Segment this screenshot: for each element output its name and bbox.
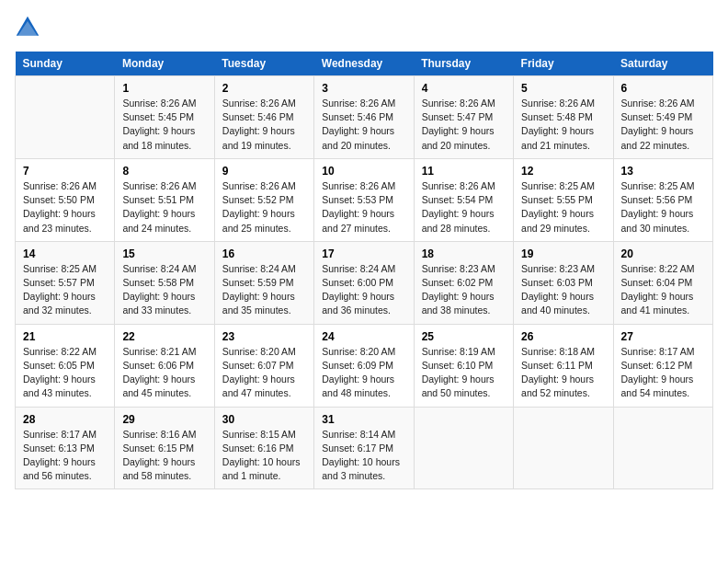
calendar-cell: 20Sunrise: 8:22 AM Sunset: 6:04 PM Dayli… <box>613 241 712 324</box>
calendar-cell: 23Sunrise: 8:20 AM Sunset: 6:07 PM Dayli… <box>214 324 313 407</box>
day-number: 29 <box>122 413 206 426</box>
day-info: Sunrise: 8:26 AM Sunset: 5:46 PM Dayligh… <box>322 97 405 153</box>
day-number: 15 <box>122 247 206 260</box>
weekday-header-friday: Friday <box>514 52 613 76</box>
weekday-header-monday: Monday <box>115 52 214 76</box>
calendar-cell <box>514 407 613 489</box>
day-number: 18 <box>422 247 506 260</box>
calendar-cell: 7Sunrise: 8:26 AM Sunset: 5:50 PM Daylig… <box>16 158 115 241</box>
calendar-week-3: 14Sunrise: 8:25 AM Sunset: 5:57 PM Dayli… <box>16 241 713 324</box>
calendar-cell: 13Sunrise: 8:25 AM Sunset: 5:56 PM Dayli… <box>613 158 712 241</box>
day-info: Sunrise: 8:20 AM Sunset: 6:07 PM Dayligh… <box>222 345 306 401</box>
day-number: 7 <box>23 165 107 178</box>
day-number: 3 <box>322 82 405 95</box>
day-info: Sunrise: 8:26 AM Sunset: 5:46 PM Dayligh… <box>222 97 306 153</box>
calendar-cell: 31Sunrise: 8:14 AM Sunset: 6:17 PM Dayli… <box>314 407 414 489</box>
calendar-cell: 10Sunrise: 8:26 AM Sunset: 5:53 PM Dayli… <box>314 158 414 241</box>
page-header <box>15 15 713 40</box>
day-number: 4 <box>422 82 506 95</box>
day-number: 27 <box>621 330 705 343</box>
calendar-cell <box>613 407 712 489</box>
calendar-cell: 3Sunrise: 8:26 AM Sunset: 5:46 PM Daylig… <box>314 76 414 159</box>
day-number: 24 <box>322 330 405 343</box>
calendar-cell: 18Sunrise: 8:23 AM Sunset: 6:02 PM Dayli… <box>414 241 513 324</box>
day-info: Sunrise: 8:15 AM Sunset: 6:16 PM Dayligh… <box>222 428 306 484</box>
weekday-header-saturday: Saturday <box>613 52 712 76</box>
calendar-cell: 24Sunrise: 8:20 AM Sunset: 6:09 PM Dayli… <box>314 324 414 407</box>
calendar-cell: 28Sunrise: 8:17 AM Sunset: 6:13 PM Dayli… <box>16 407 115 489</box>
day-info: Sunrise: 8:26 AM Sunset: 5:53 PM Dayligh… <box>322 179 405 236</box>
day-number: 23 <box>222 330 306 343</box>
calendar-cell: 4Sunrise: 8:26 AM Sunset: 5:47 PM Daylig… <box>414 76 513 159</box>
day-info: Sunrise: 8:26 AM Sunset: 5:48 PM Dayligh… <box>521 97 605 153</box>
day-number: 11 <box>422 165 506 178</box>
day-info: Sunrise: 8:23 AM Sunset: 6:03 PM Dayligh… <box>521 262 605 318</box>
day-number: 16 <box>222 247 306 260</box>
weekday-header-row: SundayMondayTuesdayWednesdayThursdayFrid… <box>16 52 713 76</box>
calendar-cell: 6Sunrise: 8:26 AM Sunset: 5:49 PM Daylig… <box>613 76 712 159</box>
weekday-header-sunday: Sunday <box>16 52 115 76</box>
calendar-cell <box>16 76 115 159</box>
calendar-cell: 29Sunrise: 8:16 AM Sunset: 6:15 PM Dayli… <box>115 407 214 489</box>
weekday-header-tuesday: Tuesday <box>214 52 313 76</box>
calendar-week-1: 1Sunrise: 8:26 AM Sunset: 5:45 PM Daylig… <box>16 76 713 159</box>
calendar-cell: 17Sunrise: 8:24 AM Sunset: 6:00 PM Dayli… <box>314 241 414 324</box>
day-number: 8 <box>122 165 206 178</box>
day-info: Sunrise: 8:22 AM Sunset: 6:05 PM Dayligh… <box>23 345 107 401</box>
calendar-cell: 15Sunrise: 8:24 AM Sunset: 5:58 PM Dayli… <box>115 241 214 324</box>
logo <box>15 15 44 40</box>
day-info: Sunrise: 8:26 AM Sunset: 5:47 PM Dayligh… <box>422 97 506 153</box>
logo-icon <box>15 15 40 40</box>
day-info: Sunrise: 8:21 AM Sunset: 6:06 PM Dayligh… <box>122 345 206 401</box>
calendar-cell: 8Sunrise: 8:26 AM Sunset: 5:51 PM Daylig… <box>115 158 214 241</box>
day-number: 9 <box>222 165 306 178</box>
day-info: Sunrise: 8:26 AM Sunset: 5:54 PM Dayligh… <box>422 179 506 236</box>
calendar-cell: 16Sunrise: 8:24 AM Sunset: 5:59 PM Dayli… <box>214 241 313 324</box>
day-info: Sunrise: 8:22 AM Sunset: 6:04 PM Dayligh… <box>621 262 705 318</box>
calendar-cell: 9Sunrise: 8:26 AM Sunset: 5:52 PM Daylig… <box>214 158 313 241</box>
day-info: Sunrise: 8:24 AM Sunset: 5:58 PM Dayligh… <box>122 262 206 318</box>
day-number: 6 <box>621 82 705 95</box>
calendar-cell: 27Sunrise: 8:17 AM Sunset: 6:12 PM Dayli… <box>613 324 712 407</box>
calendar-cell <box>414 407 513 489</box>
day-number: 12 <box>521 165 605 178</box>
day-number: 21 <box>23 330 107 343</box>
calendar-cell: 22Sunrise: 8:21 AM Sunset: 6:06 PM Dayli… <box>115 324 214 407</box>
day-info: Sunrise: 8:14 AM Sunset: 6:17 PM Dayligh… <box>322 428 405 484</box>
day-number: 30 <box>222 413 306 426</box>
day-number: 25 <box>422 330 506 343</box>
day-info: Sunrise: 8:18 AM Sunset: 6:11 PM Dayligh… <box>521 345 605 401</box>
day-number: 22 <box>122 330 206 343</box>
day-number: 5 <box>521 82 605 95</box>
calendar-cell: 14Sunrise: 8:25 AM Sunset: 5:57 PM Dayli… <box>16 241 115 324</box>
day-number: 10 <box>322 165 405 178</box>
day-info: Sunrise: 8:26 AM Sunset: 5:50 PM Dayligh… <box>23 179 107 236</box>
calendar-cell: 26Sunrise: 8:18 AM Sunset: 6:11 PM Dayli… <box>514 324 613 407</box>
day-number: 31 <box>322 413 405 426</box>
calendar-table: SundayMondayTuesdayWednesdayThursdayFrid… <box>15 52 713 489</box>
day-info: Sunrise: 8:24 AM Sunset: 6:00 PM Dayligh… <box>322 262 405 318</box>
day-info: Sunrise: 8:23 AM Sunset: 6:02 PM Dayligh… <box>422 262 506 318</box>
day-info: Sunrise: 8:24 AM Sunset: 5:59 PM Dayligh… <box>222 262 306 318</box>
day-number: 1 <box>122 82 206 95</box>
calendar-cell: 2Sunrise: 8:26 AM Sunset: 5:46 PM Daylig… <box>214 76 313 159</box>
calendar-week-2: 7Sunrise: 8:26 AM Sunset: 5:50 PM Daylig… <box>16 158 713 241</box>
day-info: Sunrise: 8:16 AM Sunset: 6:15 PM Dayligh… <box>122 428 206 484</box>
day-info: Sunrise: 8:26 AM Sunset: 5:45 PM Dayligh… <box>122 97 206 153</box>
day-number: 13 <box>621 165 705 178</box>
weekday-header-thursday: Thursday <box>414 52 513 76</box>
day-number: 28 <box>23 413 107 426</box>
day-number: 20 <box>621 247 705 260</box>
day-info: Sunrise: 8:26 AM Sunset: 5:51 PM Dayligh… <box>122 179 206 236</box>
calendar-week-4: 21Sunrise: 8:22 AM Sunset: 6:05 PM Dayli… <box>16 324 713 407</box>
calendar-cell: 12Sunrise: 8:25 AM Sunset: 5:55 PM Dayli… <box>514 158 613 241</box>
day-info: Sunrise: 8:25 AM Sunset: 5:56 PM Dayligh… <box>621 179 705 236</box>
calendar-cell: 5Sunrise: 8:26 AM Sunset: 5:48 PM Daylig… <box>514 76 613 159</box>
day-info: Sunrise: 8:20 AM Sunset: 6:09 PM Dayligh… <box>322 345 405 401</box>
day-number: 26 <box>521 330 605 343</box>
calendar-cell: 19Sunrise: 8:23 AM Sunset: 6:03 PM Dayli… <box>514 241 613 324</box>
day-info: Sunrise: 8:17 AM Sunset: 6:13 PM Dayligh… <box>23 428 107 484</box>
calendar-week-5: 28Sunrise: 8:17 AM Sunset: 6:13 PM Dayli… <box>16 407 713 489</box>
calendar-cell: 25Sunrise: 8:19 AM Sunset: 6:10 PM Dayli… <box>414 324 513 407</box>
calendar-cell: 1Sunrise: 8:26 AM Sunset: 5:45 PM Daylig… <box>115 76 214 159</box>
